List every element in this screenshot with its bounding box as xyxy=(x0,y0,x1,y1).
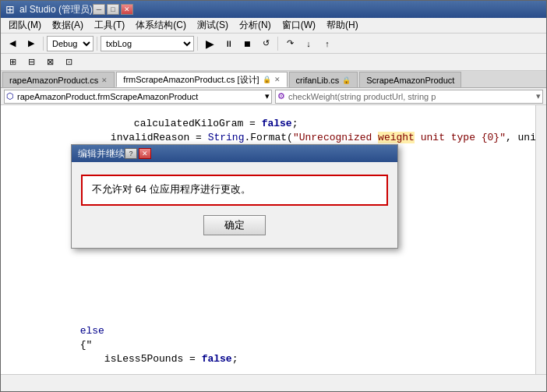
minimize-button[interactable]: ─ xyxy=(93,4,105,15)
window-controls: ─ □ ✕ xyxy=(93,4,133,15)
step-out-button[interactable]: ↑ xyxy=(319,36,336,51)
tab-frm-design[interactable]: frmScrapeAmazonProduct.cs [设计] 🔒 ✕ xyxy=(116,72,287,87)
toolbar-main: ◀ ▶ Debug txbLog ▶ ⏸ ⏹ ↺ ↷ ↓ ↑ xyxy=(1,34,546,54)
tab-crifanlib-label: crifanLib.cs xyxy=(296,76,340,85)
tab-scrape-cs-label: rapeAmazonProduct.cs xyxy=(9,76,98,85)
menu-window[interactable]: 窗口(W) xyxy=(277,18,320,33)
separator-4 xyxy=(277,37,278,51)
menu-analyze[interactable]: 分析(N) xyxy=(235,18,276,33)
namespace-dropdown[interactable]: ⬡ rapeAmazonProduct.frmScrapeAmazonProdu… xyxy=(4,90,272,104)
step-into-button[interactable]: ↓ xyxy=(300,36,317,51)
target-dropdown[interactable]: txbLog xyxy=(101,36,194,51)
dialog-edit-continue: 编辑并继续 ? ✕ 不允许对 64 位应用程序进行更改。 确定 xyxy=(71,144,398,249)
menu-test[interactable]: 测试(S) xyxy=(192,18,233,33)
method-text: checkWeight(string productUrl, string p xyxy=(288,92,436,101)
separator-2 xyxy=(97,37,97,51)
forward-button[interactable]: ▶ xyxy=(23,36,40,51)
stop-button[interactable]: ⏹ xyxy=(238,36,256,51)
dialog-title-buttons: ? ✕ xyxy=(125,148,151,159)
play-button[interactable]: ▶ xyxy=(201,36,218,51)
separator-3 xyxy=(197,37,198,51)
address-bar: ⬡ rapeAmazonProduct.frmScrapeAmazonProdu… xyxy=(1,88,546,105)
dialog-close-button[interactable]: ✕ xyxy=(139,148,151,159)
tab-scrape-product[interactable]: ScrapeAmazonProduct xyxy=(359,72,461,87)
toolbar-secondary: ⊞ ⊟ ⊠ ⊡ xyxy=(1,54,546,71)
menu-tools[interactable]: 工具(T) xyxy=(90,18,129,33)
tab-frm-design-close[interactable]: ✕ xyxy=(274,76,281,83)
dialog-title-text: 编辑并继续 xyxy=(78,147,125,161)
toolbar2-btn2[interactable]: ⊟ xyxy=(23,55,40,70)
dialog-overlay: 编辑并继续 ? ✕ 不允许对 64 位应用程序进行更改。 确定 xyxy=(1,105,546,391)
window-close-button[interactable]: ✕ xyxy=(121,4,133,15)
namespace-text: rapeAmazonProduct.frmScrapeAmazonProduct xyxy=(17,92,198,101)
title-bar: ⊞ al Studio (管理员) ─ □ ✕ xyxy=(1,1,546,18)
tab-crifanlib-icon: 🔒 xyxy=(342,76,351,84)
debug-dropdown[interactable]: Debug xyxy=(47,36,94,51)
namespace-icon: ⬡ xyxy=(6,91,14,101)
toolbar2-btn4[interactable]: ⊡ xyxy=(60,55,77,70)
window-icon: ⊞ xyxy=(5,3,15,16)
menu-help[interactable]: 帮助(H) xyxy=(322,18,363,33)
toolbar2-btn1[interactable]: ⊞ xyxy=(4,55,21,70)
dialog-message-box: 不允许对 64 位应用程序进行更改。 xyxy=(81,175,388,206)
dialog-buttons-area: 确定 xyxy=(72,206,397,248)
menu-bar: 团队(M) 数据(A) 工具(T) 体系结构(C) 测试(S) 分析(N) 窗口… xyxy=(1,18,546,34)
menu-team[interactable]: 团队(M) xyxy=(4,18,46,33)
method-arrow: ▾ xyxy=(536,91,541,101)
back-button[interactable]: ◀ xyxy=(4,36,21,51)
toolbar2-btn3[interactable]: ⊠ xyxy=(41,55,58,70)
namespace-arrow: ▾ xyxy=(265,91,270,101)
maximize-button[interactable]: □ xyxy=(107,4,119,15)
separator-1 xyxy=(43,37,44,51)
pause-button[interactable]: ⏸ xyxy=(220,36,237,51)
dialog-title-bar: 编辑并继续 ? ✕ xyxy=(72,145,397,162)
step-over-button[interactable]: ↷ xyxy=(281,36,298,51)
menu-data[interactable]: 数据(A) xyxy=(48,18,88,33)
method-dropdown[interactable]: ⚙ checkWeight(string productUrl, string … xyxy=(275,90,543,104)
method-icon: ⚙ xyxy=(277,91,285,101)
main-area: calculatedKiloGram = false ; invalidReas… xyxy=(1,105,546,391)
dialog-ok-button[interactable]: 确定 xyxy=(203,215,266,235)
tab-crifanlib[interactable]: crifanLib.cs 🔒 xyxy=(289,72,358,87)
tab-scrape-cs-close[interactable]: ✕ xyxy=(101,76,108,84)
tab-scrape-cs[interactable]: rapeAmazonProduct.cs ✕ xyxy=(2,72,115,87)
tab-scrape-product-label: ScrapeAmazonProduct xyxy=(366,76,454,85)
dialog-message-text: 不允许对 64 位应用程序进行更改。 xyxy=(92,183,251,195)
tabs-bar: rapeAmazonProduct.cs ✕ frmScrapeAmazonPr… xyxy=(1,71,546,88)
tab-frm-design-icon: 🔒 xyxy=(263,76,271,83)
window-title: al Studio (管理员) xyxy=(19,3,93,16)
restart-button[interactable]: ↺ xyxy=(257,36,274,51)
menu-arch[interactable]: 体系结构(C) xyxy=(131,18,191,33)
dialog-help-button[interactable]: ? xyxy=(125,148,137,159)
tab-frm-design-label: frmScrapeAmazonProduct.cs [设计] xyxy=(123,74,259,86)
